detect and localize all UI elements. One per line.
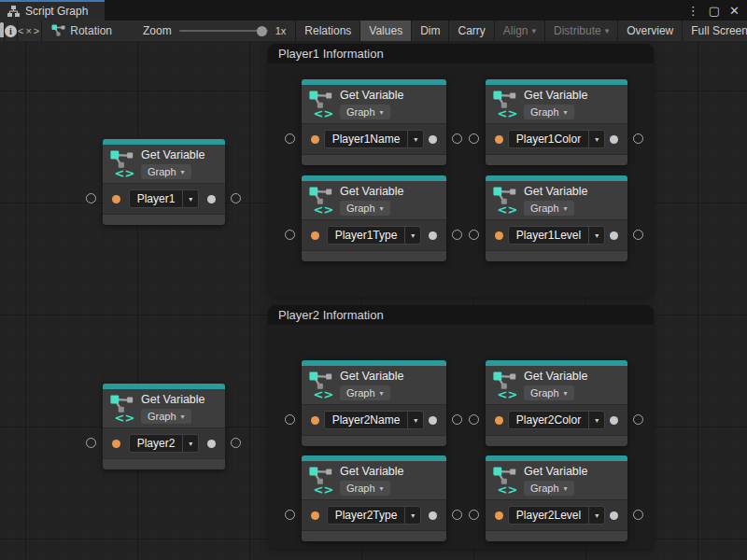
variable-name-dropdown[interactable]: Player1Level ▾: [508, 226, 605, 245]
node-title: Get Variable: [340, 185, 404, 198]
align-button[interactable]: Align▾: [494, 21, 544, 41]
variable-name-port[interactable]: [495, 416, 503, 425]
distribute-button[interactable]: Distribute▾: [544, 21, 617, 41]
get-variable-node-player2color[interactable]: <> Get Variable Graph ▾ Player2Color ▾: [486, 360, 627, 446]
value-output-port[interactable]: [610, 231, 618, 240]
variable-kind-dropdown[interactable]: Graph ▾: [340, 201, 390, 216]
get-variable-node-player2type[interactable]: <> Get Variable Graph ▾ Player2Type ▾: [302, 455, 446, 541]
zoom-slider[interactable]: [179, 30, 268, 32]
variable-name-dropdown[interactable]: Player2Level ▾: [508, 506, 605, 525]
output-port-circle[interactable]: [452, 230, 462, 240]
variable-name-label: Player1: [130, 190, 183, 207]
svg-text:<>: <>: [314, 387, 334, 401]
value-output-port[interactable]: [429, 135, 437, 144]
output-port-circle[interactable]: [633, 230, 643, 240]
variable-name-dropdown[interactable]: Player2 ▾: [129, 434, 200, 453]
output-port-circle[interactable]: [633, 133, 643, 144]
variable-name-dropdown[interactable]: Player2Name ▾: [324, 411, 425, 429]
variable-kind-dropdown[interactable]: Graph ▾: [524, 105, 574, 119]
value-output-port[interactable]: [207, 195, 216, 203]
input-port-circle[interactable]: [285, 133, 295, 144]
get-variable-node-player1name[interactable]: <> Get Variable Graph ▾ Player1Name ▾: [302, 79, 446, 165]
info-button[interactable]: i: [5, 21, 18, 41]
close-icon[interactable]: ✕: [729, 5, 740, 17]
variable-name-port[interactable]: [311, 416, 319, 425]
input-port-circle[interactable]: [285, 510, 295, 520]
get-variable-node-player1level[interactable]: <> Get Variable Graph ▾ Player1Level ▾: [486, 175, 627, 261]
output-port-circle[interactable]: [633, 510, 643, 520]
values-button[interactable]: Values: [359, 21, 411, 41]
variable-name-port[interactable]: [495, 135, 503, 144]
variable-kind-dropdown[interactable]: Graph ▾: [340, 105, 390, 119]
value-output-port[interactable]: [207, 440, 216, 448]
input-port-circle[interactable]: [469, 510, 479, 520]
chevron-down-icon: ▾: [588, 131, 604, 147]
frame-selection-button[interactable]: <×>: [18, 21, 42, 41]
zoom-slider-handle[interactable]: [257, 26, 267, 36]
group-header[interactable]: Player1 Information: [268, 44, 654, 63]
variable-name-dropdown[interactable]: Player1Name ▾: [324, 130, 425, 148]
output-port-circle[interactable]: [452, 133, 462, 144]
variable-kind-dropdown[interactable]: Graph ▾: [524, 385, 574, 400]
variable-name-dropdown[interactable]: Player1 ▾: [129, 189, 200, 208]
variable-kind-dropdown[interactable]: Graph ▾: [524, 481, 574, 496]
variable-name-dropdown[interactable]: Player2Type ▾: [327, 506, 422, 525]
maximize-icon[interactable]: ▢: [709, 5, 720, 17]
tab-script-graph[interactable]: Script Graph: [0, 0, 105, 21]
value-output-port[interactable]: [429, 511, 437, 520]
variable-kind-dropdown[interactable]: Graph ▾: [524, 201, 574, 216]
dim-button[interactable]: Dim: [411, 21, 448, 41]
variable-name-port[interactable]: [311, 135, 319, 144]
variable-name-dropdown[interactable]: Player1Color ▾: [508, 130, 605, 148]
variable-name-dropdown[interactable]: Player2Color ▾: [508, 411, 605, 429]
variable-name-port[interactable]: [311, 511, 319, 520]
relations-button[interactable]: Relations: [295, 21, 359, 41]
get-variable-node-player1[interactable]: <> Get Variable Graph ▾ Player1 ▾: [103, 139, 225, 225]
variable-name-port[interactable]: [311, 231, 319, 240]
overview-button[interactable]: Overview: [617, 21, 682, 41]
variable-kind-dropdown[interactable]: Graph ▾: [141, 409, 191, 424]
carry-button[interactable]: Carry: [448, 21, 493, 41]
input-port-circle[interactable]: [86, 193, 96, 203]
input-port-circle[interactable]: [469, 230, 479, 240]
output-port-circle[interactable]: [452, 414, 462, 425]
output-port-circle[interactable]: [633, 414, 643, 425]
get-variable-node-player1type[interactable]: <> Get Variable Graph ▾ Player1Type ▾: [302, 175, 446, 261]
value-output-port[interactable]: [429, 416, 437, 425]
lock-icon: [0, 24, 4, 37]
chevron-down-icon: ▾: [588, 412, 604, 428]
menu-icon[interactable]: ⋮: [687, 5, 699, 17]
input-port-circle[interactable]: [86, 438, 96, 448]
variable-kind-dropdown[interactable]: Graph ▾: [141, 164, 191, 179]
output-port-circle[interactable]: [452, 510, 462, 520]
variable-name-dropdown[interactable]: Player1Type ▾: [327, 226, 422, 245]
input-port-circle[interactable]: [285, 230, 295, 240]
get-variable-node-player1color[interactable]: <> Get Variable Graph ▾ Player1Color ▾: [486, 79, 627, 165]
variable-name-port[interactable]: [495, 231, 503, 240]
variable-name-port[interactable]: [112, 440, 120, 448]
variable-name-label: Player1Color: [509, 131, 588, 147]
input-port-circle[interactable]: [469, 414, 479, 425]
output-port-circle[interactable]: [231, 193, 241, 203]
value-output-port[interactable]: [610, 511, 618, 520]
get-variable-node-player2level[interactable]: <> Get Variable Graph ▾ Player2Level ▾: [486, 455, 627, 541]
output-port-circle[interactable]: [231, 438, 241, 448]
value-output-port[interactable]: [610, 416, 618, 425]
variable-kind-dropdown[interactable]: Graph ▾: [340, 385, 390, 400]
variable-name-label: Player2Color: [509, 412, 588, 428]
get-variable-node-player2[interactable]: <> Get Variable Graph ▾ Player2 ▾: [103, 384, 225, 469]
get-variable-node-player2name[interactable]: <> Get Variable Graph ▾ Player2Name ▾: [302, 360, 446, 446]
script-graph-canvas[interactable]: Player1 Information Player2 Information …: [0, 41, 747, 560]
value-output-port[interactable]: [610, 135, 618, 144]
graph-breadcrumb[interactable]: Rotation: [51, 24, 112, 37]
value-output-port[interactable]: [429, 231, 437, 240]
node-header: <> Get Variable Graph ▾: [103, 389, 225, 427]
input-port-circle[interactable]: [469, 133, 479, 144]
input-port-circle[interactable]: [285, 414, 295, 425]
variable-name-port[interactable]: [495, 511, 503, 520]
variable-name-port[interactable]: [112, 195, 120, 203]
full-screen-button[interactable]: Full Screen: [682, 21, 747, 41]
svg-text:<>: <>: [314, 203, 334, 217]
variable-kind-dropdown[interactable]: Graph ▾: [340, 481, 390, 496]
group-header[interactable]: Player2 Information: [268, 305, 654, 325]
